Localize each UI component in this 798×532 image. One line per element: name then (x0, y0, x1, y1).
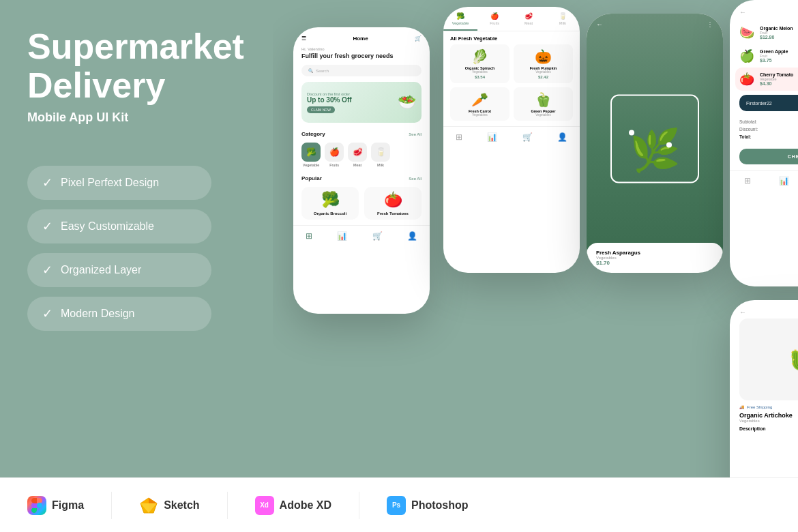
milk-tab-icon: 🥛 (559, 12, 567, 20)
cart-bottom-nav: ⊞ 📊 🛒 👤 (730, 170, 798, 190)
veggie-card-pepper[interactable]: 🫑 Green Pepper Vegetables (514, 87, 573, 121)
veggie-card-carrot[interactable]: 🥕 Fresh Carrot Vegetables (450, 87, 509, 121)
subtotal-row: Subtotal: $20.85 (739, 118, 798, 125)
subtotal-label: Subtotal: (739, 119, 757, 124)
veggie-profile-nav[interactable]: 👤 (557, 132, 567, 142)
popular-section-header: Popular See All (293, 173, 430, 184)
divider-1 (111, 492, 112, 519)
cat-vegetable[interactable]: 🥦 Vegetable (301, 143, 321, 167)
veggie-card-spinach[interactable]: 🥬 Organic Spinach Vegetables $3.54 (450, 44, 509, 83)
veggie-card-pumpkin[interactable]: 🎃 Fresh Pumpkin Vegetables $2.42 (514, 44, 573, 83)
phone-search[interactable]: 🔍 Search (301, 65, 422, 76)
tab-milk[interactable]: 🥛 Milk (546, 7, 580, 31)
category-see-all[interactable]: See All (409, 132, 422, 136)
tab-vegetable[interactable]: 🥦 Vegetable (443, 7, 477, 31)
apple-name: Green Apple (760, 49, 798, 54)
veggie-home-nav[interactable]: ⊞ (456, 132, 462, 142)
promo-claim-button[interactable]: CLAIM NOW (307, 106, 335, 113)
adobexd-icon: Xd (255, 496, 274, 515)
vegetable-label: Vegetable (303, 163, 319, 167)
apple-price: $3.75 (760, 58, 798, 63)
pepper-type: Vegetables (535, 113, 550, 117)
fruits-icon-box: 🍎 (325, 143, 344, 162)
cat-milk[interactable]: 🥛 Milk (371, 143, 390, 167)
cart-item-melon: 🍉 Organic Melon Fruit $12.80 − 1 + (730, 21, 798, 44)
feature-list: ✓ Pixel Perfext Design ✓ Easy Customizab… (27, 166, 252, 331)
fruit-info-row: Organic Artichoke Vegetables ★★★★★ $3.79 (730, 411, 798, 424)
broccoli-name: Organic Broccoli (314, 211, 346, 216)
cart-nav-icon[interactable]: 🛒 (372, 231, 383, 241)
figma-icon (27, 496, 46, 515)
fruits-label: Fruits (329, 163, 339, 167)
cart-item-apple: 🍏 Green Apple Fruit $3.75 − 1 + (730, 44, 798, 68)
feature-label-pixel: Pixel Perfext Design (61, 177, 159, 189)
free-shipping-badge: 🚚 Free Shipping (730, 400, 798, 411)
cart-icon[interactable]: 🛒 (415, 35, 422, 42)
tool-adobexd: Xd Adobe XD (255, 496, 331, 515)
chart-nav-icon[interactable]: 📊 (337, 231, 347, 241)
feature-label-easy: Easy Customizable (61, 220, 154, 233)
cart-home-nav[interactable]: ⊞ (744, 176, 751, 186)
bottom-bar: Figma Sketch Xd Adobe XD Ps Photoshop (0, 477, 798, 532)
check-icon-layer: ✓ (42, 263, 53, 278)
phone-main-title: Fulfill your fresh grocery needs (293, 53, 430, 65)
sketch-label: Sketch (164, 499, 199, 512)
melon-info: Organic Melon Fruit $12.80 (760, 26, 798, 40)
scanner-options-icon[interactable]: ⋮ (707, 20, 713, 28)
profile-nav-icon[interactable]: 👤 (407, 231, 417, 241)
cat-meat[interactable]: 🥩 Meat (348, 143, 367, 167)
shipping-text: Free Shipping (747, 405, 772, 409)
popular-card-broccoli[interactable]: 🥦 Organic Broccoli (301, 187, 359, 220)
tab-fruits[interactable]: 🍎 Fruits (477, 7, 512, 31)
feature-label-layer: Organized Layer (61, 264, 141, 276)
phone-greeting: Hi, Valentino (293, 44, 430, 53)
scanner-back-icon[interactable]: ← (596, 20, 603, 28)
fruit-name: Organic Artichoke (739, 412, 793, 419)
melon-name: Organic Melon (760, 26, 798, 31)
fruits-tab-icon: 🍎 (490, 12, 499, 20)
phones-area: ☰ Home 🛒 Hi, Valentino Fulfill your fres… (273, 0, 798, 477)
veggie-chart-nav[interactable]: 📊 (487, 132, 497, 142)
melon-price: $12.80 (760, 35, 798, 40)
fruit-back-icon[interactable]: ← (739, 308, 746, 316)
main-area: SupermarketDelivery Mobile App UI Kit ✓ … (0, 0, 798, 477)
tomato-price: $4.30 (760, 81, 798, 86)
menu-icon[interactable]: ☰ (301, 35, 306, 42)
home-nav-icon[interactable]: ⊞ (306, 231, 312, 241)
checkout-button[interactable]: CHECK OUT (739, 149, 798, 164)
popular-card-tomato[interactable]: 🍅 Fresh Tomatoes (364, 187, 422, 220)
total-row: Total: $17.50 (739, 133, 798, 141)
desc-label: Description (730, 424, 798, 431)
cart-summary: Subtotal: $20.85 Discount: $3.35 Total: … (730, 115, 798, 143)
hero-subtitle: Mobile App UI Kit (27, 110, 252, 125)
pumpkin-price: $2.42 (538, 75, 548, 79)
tool-figma: Figma (27, 496, 84, 515)
milk-tab-label: Milk (559, 21, 566, 25)
category-section-header: Category See All (293, 128, 430, 140)
meat-tab-icon: 🥩 (524, 12, 533, 20)
tab-meat[interactable]: 🥩 Meat (512, 7, 546, 31)
scanner-item-name: Fresh Asparagus (596, 250, 713, 256)
meat-icon-box: 🥩 (348, 143, 367, 162)
photoshop-label: Photoshop (411, 499, 469, 512)
scanner-background: ← ⋮ 🌿 Fresh Asparagus Vegetables $1.70 (587, 14, 723, 273)
feature-label-modern: Modern Design (61, 308, 135, 320)
veggie-cart-nav[interactable]: 🛒 (522, 132, 533, 142)
cart-back-icon[interactable]: ← (739, 8, 746, 16)
sketch-icon (139, 496, 158, 515)
figma-label: Figma (52, 499, 84, 512)
fruit-image-area: 🌵 (739, 319, 798, 400)
cat-fruits[interactable]: 🍎 Fruits (325, 143, 344, 167)
popular-grid: 🥦 Organic Broccoli 🍅 Fresh Tomatoes (293, 184, 430, 222)
pumpkin-image: 🎃 (535, 48, 552, 65)
promo-code-value[interactable]: Firstorder22 (746, 101, 798, 106)
carrot-type: Vegetables (472, 113, 487, 117)
phone-home-header: ☰ Home 🛒 (293, 27, 430, 44)
scanner-item-price: $1.70 (596, 260, 713, 266)
popular-see-all[interactable]: See All (409, 177, 422, 181)
promo-input-row: Firstorder22 APPLY (739, 95, 798, 111)
cart-chart-nav[interactable]: 📊 (779, 176, 789, 186)
check-icon-pixel: ✓ (42, 175, 53, 190)
feature-item-pixel: ✓ Pixel Perfext Design (27, 166, 211, 200)
divider-2 (227, 492, 228, 519)
